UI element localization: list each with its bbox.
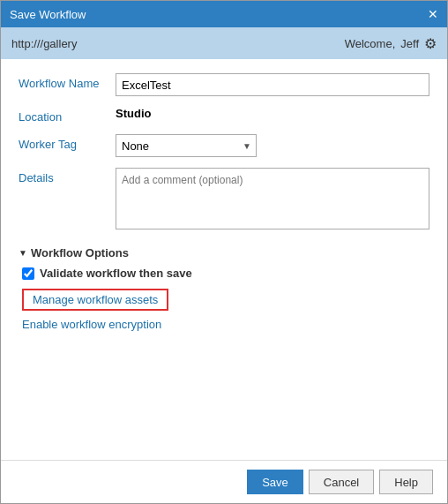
manage-assets-button[interactable]: Manage workflow assets: [22, 289, 168, 311]
workflow-options-section: ▼ Workflow Options Validate workflow the…: [19, 246, 429, 331]
details-textarea[interactable]: [116, 168, 429, 229]
workflow-name-row: Workflow Name: [19, 73, 429, 96]
encryption-container: Enable workflow encryption: [19, 318, 429, 331]
worker-tag-select-wrapper: None Default Custom ▼: [116, 134, 257, 157]
workflow-name-input[interactable]: [116, 73, 429, 96]
settings-icon[interactable]: ⚙: [424, 35, 437, 52]
save-button[interactable]: Save: [247, 470, 303, 494]
location-value-container: Studio: [116, 107, 429, 120]
details-row: Details: [19, 168, 429, 232]
location-label: Location: [19, 107, 116, 124]
validate-label: Validate workflow then save: [40, 267, 192, 280]
save-workflow-dialog: Save Workflow ✕ http:///gallery Welcome,…: [0, 0, 448, 504]
url-display: http:///gallery: [11, 37, 77, 50]
location-row: Location Studio: [19, 107, 429, 124]
workflow-options-title: Workflow Options: [31, 246, 129, 260]
validate-checkbox[interactable]: [22, 267, 34, 280]
welcome-text: Welcome,: [345, 37, 396, 50]
workflow-name-label: Workflow Name: [19, 73, 116, 90]
address-right: Welcome, Jeff ⚙: [345, 35, 437, 52]
address-bar: http:///gallery Welcome, Jeff ⚙: [1, 27, 447, 59]
url-prefix: http://: [11, 37, 41, 50]
form-content: Workflow Name Location Studio Worker Tag…: [1, 59, 447, 460]
validate-checkbox-row: Validate workflow then save: [22, 267, 429, 280]
worker-tag-row: Worker Tag None Default Custom ▼: [19, 134, 429, 157]
close-button[interactable]: ✕: [428, 8, 438, 20]
details-label: Details: [19, 168, 116, 184]
worker-tag-select[interactable]: None Default Custom: [116, 134, 257, 157]
manage-assets-container: Manage workflow assets: [19, 289, 429, 318]
help-button[interactable]: Help: [379, 470, 433, 494]
title-bar: Save Workflow ✕: [1, 1, 447, 27]
url-suffix: /gallery: [41, 37, 78, 50]
location-value: Studio: [116, 103, 151, 120]
workflow-options-header: ▼ Workflow Options: [19, 246, 429, 260]
details-control: [116, 168, 429, 232]
worker-tag-label: Worker Tag: [19, 134, 116, 151]
workflow-name-control: [116, 73, 429, 96]
dialog-footer: Save Cancel Help: [1, 460, 447, 503]
worker-tag-control: None Default Custom ▼: [116, 134, 429, 157]
cancel-button[interactable]: Cancel: [309, 470, 374, 494]
triangle-icon: ▼: [19, 248, 27, 258]
encryption-link[interactable]: Enable workflow encryption: [22, 318, 161, 331]
dialog-title: Save Workflow: [10, 8, 86, 21]
username: Jeff: [400, 37, 419, 50]
